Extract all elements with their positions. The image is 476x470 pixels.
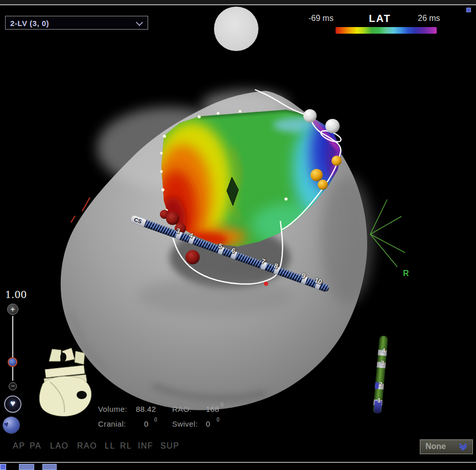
view-button-pa[interactable]: PA xyxy=(30,441,41,451)
view-button-ap[interactable]: AP xyxy=(13,441,25,451)
view-button-inf[interactable]: INF xyxy=(138,441,153,451)
ref-electrode-label: 1 xyxy=(377,397,381,404)
zoom-out-button[interactable]: − xyxy=(9,382,17,390)
overlay-selector-dropdown[interactable]: None xyxy=(420,439,473,454)
window-corner-button[interactable] xyxy=(466,8,471,12)
cs-tip-label: CS xyxy=(133,216,142,225)
lat-scale-title: LAT xyxy=(356,13,403,24)
view-button-sup[interactable]: SUP xyxy=(160,441,179,451)
zoom-slider-thumb[interactable] xyxy=(8,357,17,367)
view-orientation-bar: AP PA LAO RAO LL RL INF SUP xyxy=(0,441,215,452)
heart-icon: ♥ xyxy=(5,399,20,409)
lat-scale-min-label: -69 ms xyxy=(308,14,345,23)
ref-electrode-label: 3 xyxy=(380,359,385,367)
volume-label: Volume: xyxy=(98,405,127,413)
heart-view-button[interactable]: ♥ xyxy=(4,395,21,413)
chevron-down-icon xyxy=(136,19,143,26)
orientation-axes xyxy=(370,200,405,267)
volume-value: 88.42 xyxy=(136,405,156,413)
orientation-label: R xyxy=(403,269,409,278)
view-button-lao[interactable]: LAO xyxy=(50,441,69,451)
cranial-label: Cranial: xyxy=(98,419,126,428)
zoom-slider-track[interactable] xyxy=(12,316,13,381)
taskbar-button-1[interactable] xyxy=(19,464,34,470)
ref-electrode-label: 2 xyxy=(378,381,383,388)
window-top-bar xyxy=(0,0,476,4)
map-selector-value: 2-LV (3, 0) xyxy=(10,19,49,28)
globe-view-button[interactable]: ♥ xyxy=(3,416,20,434)
cranial-degree: 0 xyxy=(154,417,157,423)
overlay-selector-value: None xyxy=(425,442,446,451)
double-chevron-down-icon xyxy=(460,443,466,450)
red-point-marker xyxy=(264,282,268,286)
map-selector-dropdown[interactable]: 2-LV (3, 0) xyxy=(5,16,148,30)
rao-label: RAO: xyxy=(172,405,192,413)
zoom-value-label: 1.00 xyxy=(5,289,27,300)
zoom-in-button[interactable]: + xyxy=(7,304,18,315)
lat-color-bar xyxy=(336,27,437,34)
taskbar-square-button[interactable] xyxy=(0,464,6,470)
bottom-divider xyxy=(0,462,476,463)
mapping-window: R CS 3 4 5 6 7 8 9 10 4 3 2 1 xyxy=(0,0,476,470)
rao-degree: 0 xyxy=(221,402,224,408)
reference-circle-indicator xyxy=(214,7,258,51)
swivel-label: Swivel: xyxy=(172,419,198,428)
globe-heart-icon: ♥ xyxy=(3,419,10,430)
top-bar-shadow xyxy=(0,5,476,6)
swivel-value: 0 xyxy=(206,419,210,428)
ref-electrode-label: 4 xyxy=(382,347,386,355)
swivel-degree: 0 xyxy=(217,417,220,423)
lat-scale-max-label: 26 ms xyxy=(418,14,455,23)
taskbar-button-2[interactable] xyxy=(42,464,57,470)
view-button-rao[interactable]: RAO xyxy=(77,441,97,451)
rao-value: 168 xyxy=(206,405,219,413)
cranial-value: 0 xyxy=(144,419,149,428)
heart-orientation-icon xyxy=(35,346,102,418)
view-button-ll[interactable]: LL xyxy=(105,441,115,451)
view-button-rl[interactable]: RL xyxy=(120,441,132,451)
